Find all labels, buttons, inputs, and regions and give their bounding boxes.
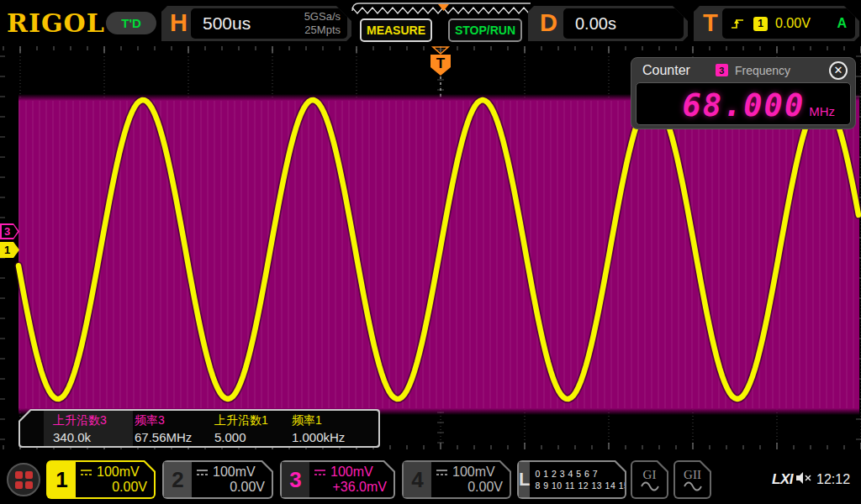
- trigger-level-value: 0.00V: [775, 16, 811, 31]
- dc-coupling-icon: [314, 469, 326, 476]
- counter-panel: Counter 3 Frequency ✕ 68.000 MHz: [631, 57, 856, 129]
- digital-row-high: 8 9 10 11 12 13 14 15: [535, 480, 629, 491]
- trigger-label: T: [703, 9, 718, 37]
- menu-grid-icon: [15, 471, 33, 489]
- channel-badge-1[interactable]: 1 100mV 0.00V: [46, 460, 156, 499]
- channel-badge-2[interactable]: 2 100mV 0.00V: [162, 460, 273, 499]
- memory-depth: 25Mpts: [304, 24, 341, 37]
- speaker-muted-icon[interactable]: [795, 471, 812, 485]
- trigger-source-badge: 1: [753, 17, 768, 31]
- delay-label: D: [540, 9, 557, 37]
- counter-source-badge: 3: [716, 64, 728, 76]
- counter-unit: MHz: [809, 104, 835, 120]
- rigol-logo: RIGOL: [7, 8, 105, 38]
- gen2-button[interactable]: GII: [673, 460, 711, 499]
- counter-title: Counter: [642, 63, 690, 78]
- channel-offset: 0.00V: [80, 480, 147, 495]
- trigger-sweep-badge: A: [837, 16, 847, 31]
- rising-edge-icon: [731, 16, 746, 31]
- trig-status-badge: T'D: [106, 12, 156, 34]
- channel-scale: 100mV: [213, 465, 256, 480]
- channel-offset: 0.00V: [196, 480, 265, 495]
- oscilloscope-screen: RIGOL T'D H 500us 5GSa/s 25Mpts MEASURE …: [0, 0, 861, 504]
- channel-scale: 100mV: [97, 465, 140, 480]
- horizontal-panel[interactable]: H 500us 5GSa/s 25Mpts: [161, 6, 351, 41]
- ch3-offset-marker[interactable]: 3: [0, 223, 19, 239]
- preview-trigger-marker-icon: [438, 4, 449, 11]
- counter-display: 68.000 MHz: [636, 82, 851, 125]
- channel-offset: 0.00V: [436, 480, 503, 495]
- measurement-table[interactable]: 上升沿数3 340.0k 频率3 67.56MHz 上升沿数1 5.000 频率…: [18, 409, 380, 448]
- delay-value: 0.00s: [575, 14, 616, 34]
- measure-button[interactable]: MEASURE: [360, 18, 432, 42]
- delay-panel[interactable]: D 0.00s: [528, 6, 688, 41]
- waveform-preview[interactable]: [351, 1, 532, 18]
- channel-scale: 100mV: [330, 465, 373, 480]
- ch1-offset-marker[interactable]: 1: [0, 242, 19, 258]
- dc-coupling-icon: [196, 469, 209, 476]
- channel-offset: +36.0mV: [314, 480, 387, 495]
- counter-value: 68.000: [683, 91, 806, 120]
- digital-row-low: 0 1 2 3 4 5 6 7: [535, 468, 629, 480]
- clock[interactable]: 12:12: [816, 472, 850, 487]
- horizontal-label: H: [170, 9, 188, 37]
- lxi-logo: LXI: [772, 471, 793, 488]
- channel-badge-4[interactable]: 4 100mV 0.00V: [402, 460, 511, 499]
- channel-badge-3[interactable]: 3 100mV +36.0mV: [280, 460, 395, 499]
- sine-icon: [640, 481, 660, 491]
- sample-rate: 5GSa/s: [304, 10, 341, 24]
- digital-channels-button[interactable]: L 0 1 2 3 4 5 6 7 8 9 10 11 12 13 14 15: [517, 460, 626, 499]
- menu-button[interactable]: [7, 463, 40, 496]
- timebase-value: 500us: [203, 13, 251, 34]
- close-icon[interactable]: ✕: [829, 61, 848, 80]
- trigger-panel[interactable]: T 1 0.00V A: [694, 6, 859, 41]
- channel-scale: 100mV: [452, 465, 495, 480]
- sine-icon: [683, 481, 703, 491]
- gen1-button[interactable]: GI: [631, 460, 668, 499]
- counter-mode-label: Frequency: [735, 64, 790, 77]
- dc-coupling-icon: [436, 469, 448, 476]
- stop-run-button[interactable]: STOP/RUN: [448, 18, 522, 42]
- dc-coupling-icon: [80, 469, 92, 476]
